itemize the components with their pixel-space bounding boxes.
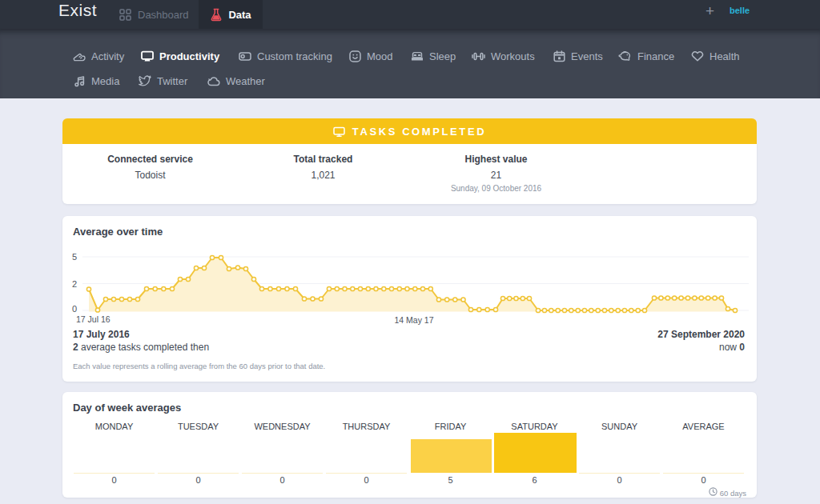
svg-text:17 Jul 16: 17 Jul 16: [76, 314, 111, 324]
svg-text:14 May 17: 14 May 17: [394, 315, 433, 325]
svg-text:2: 2: [72, 279, 77, 289]
svg-text:5: 5: [72, 252, 77, 262]
svg-text:0: 0: [72, 304, 77, 314]
